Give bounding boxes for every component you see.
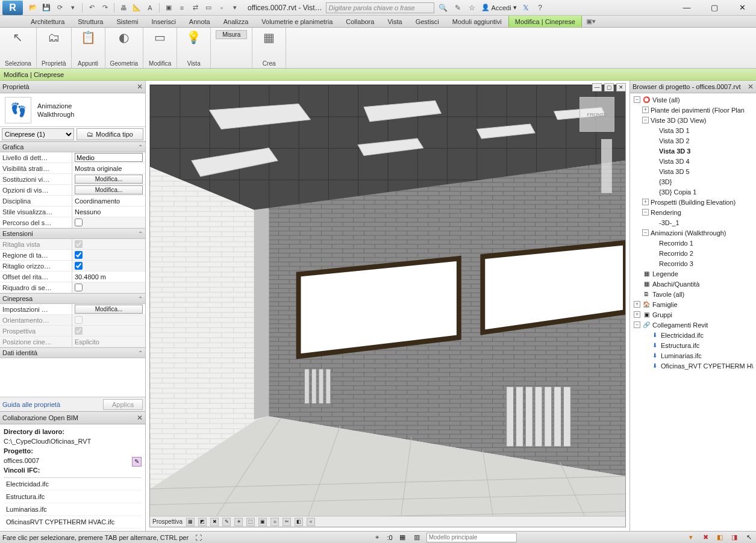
filter-icon[interactable]: ↖ bbox=[744, 533, 754, 542]
properties-preview[interactable]: 👣 Animazione Walkthrough bbox=[0, 93, 145, 127]
panel-vista[interactable]: 💡 Vista bbox=[177, 28, 211, 68]
tree-gruppi[interactable]: +▣Gruppi bbox=[630, 309, 756, 320]
bim-ifc-item[interactable]: Electricidad.ifc bbox=[4, 478, 142, 491]
redo-icon[interactable]: ↷ bbox=[99, 2, 110, 13]
group-estensioni[interactable]: Estensioni⌃ bbox=[0, 228, 145, 239]
group-identita[interactable]: Dati identità⌃ bbox=[0, 347, 145, 358]
vb-icon[interactable]: ⌾ bbox=[270, 518, 279, 526]
tree-recorrido3[interactable]: Recorrido 3 bbox=[630, 258, 756, 268]
stile-value[interactable]: Nessuno bbox=[72, 206, 145, 217]
dispopts-button[interactable]: Modifica... bbox=[75, 185, 143, 194]
nav-bar[interactable] bbox=[601, 139, 612, 193]
tree-viste[interactable]: −⭕Viste (all) bbox=[630, 95, 756, 105]
tree-vista3d2[interactable]: Vista 3D 2 bbox=[630, 135, 756, 146]
minimize-button[interactable]: — bbox=[673, 0, 701, 16]
vb-icon[interactable]: ◧ bbox=[295, 518, 303, 526]
properties-close-icon[interactable]: ✕ bbox=[137, 82, 143, 91]
panel-proprieta[interactable]: 🗂 Proprietà bbox=[37, 28, 72, 68]
tree-rendering-child[interactable]: -3D-_1 bbox=[630, 217, 756, 228]
panel-appunti[interactable]: 📋 Appunti bbox=[72, 28, 105, 68]
save-icon[interactable]: 💾 bbox=[41, 2, 52, 13]
window-icon[interactable]: ▭ bbox=[203, 2, 214, 13]
vb-icon[interactable]: ⬚ bbox=[246, 518, 255, 526]
offset-value[interactable]: 30.4800 m bbox=[72, 272, 145, 282]
view-cube[interactable]: FRONTE bbox=[579, 97, 614, 132]
tree-animazioni[interactable]: −Animazioni (Walkthrough) bbox=[630, 228, 756, 238]
tree-rendering[interactable]: −Rendering bbox=[630, 207, 756, 217]
close-button[interactable]: ✕ bbox=[728, 0, 756, 16]
bim-ifc-item[interactable]: OficinasRVT CYPETHERM HVAC.ifc bbox=[4, 516, 142, 529]
tree-vista3d3[interactable]: Vista 3D 3 bbox=[630, 146, 756, 156]
switch-icon[interactable]: ⇄ bbox=[190, 2, 201, 13]
vb-icon[interactable]: ☀ bbox=[234, 518, 243, 526]
panel-seleziona[interactable]: ↖ Seleziona bbox=[0, 28, 37, 68]
vb-icon[interactable]: ◩ bbox=[198, 518, 207, 526]
view-min-icon[interactable]: — bbox=[592, 83, 602, 92]
tab-annota[interactable]: Annota bbox=[183, 16, 217, 27]
visibility-value[interactable]: Mostra originale bbox=[72, 163, 145, 173]
ribbon-endcap-icon[interactable]: ▣▾ bbox=[582, 16, 600, 27]
properties-help-link[interactable]: Guida alle proprietà bbox=[2, 401, 60, 408]
filter-icon[interactable]: ◨ bbox=[729, 533, 739, 542]
tree-vista3d5[interactable]: Vista 3D 5 bbox=[630, 166, 756, 176]
tab-volumetrie[interactable]: Volumetrie e planimetria bbox=[255, 16, 339, 27]
edit-type-button[interactable]: 🗂Modifica tipo bbox=[77, 128, 143, 140]
browser-close-icon[interactable]: ✕ bbox=[748, 82, 754, 91]
vb-icon[interactable]: ▣ bbox=[258, 518, 267, 526]
vb-icon[interactable]: ✖ bbox=[210, 518, 219, 526]
tab-struttura[interactable]: Struttura bbox=[71, 16, 110, 27]
tree-abachi[interactable]: ▦Abachi/Quantità bbox=[630, 279, 756, 289]
panel-modifica[interactable]: ▭ Modifica bbox=[143, 28, 177, 68]
tree-3d[interactable]: {3D} bbox=[630, 176, 756, 187]
status-icon[interactable]: ▦ bbox=[398, 533, 407, 542]
maximize-button[interactable]: ▢ bbox=[701, 0, 728, 16]
cube-icon[interactable]: ▣ bbox=[163, 2, 174, 13]
close-hidden-icon[interactable]: ▫ bbox=[216, 2, 227, 13]
print-icon[interactable]: 🖶 bbox=[118, 2, 129, 13]
tree-link[interactable]: ⬇Estructura.ifc bbox=[630, 340, 756, 350]
tree-3d-copy[interactable]: {3D} Copia 1 bbox=[630, 187, 756, 197]
view-close-icon[interactable]: ✕ bbox=[616, 83, 626, 92]
star-icon[interactable]: ☆ bbox=[467, 2, 478, 13]
tree-tavole[interactable]: 🗎Tavole (all) bbox=[630, 289, 756, 299]
tree-recorrido2[interactable]: Recorrido 2 bbox=[630, 248, 756, 258]
filter-icon[interactable]: ◧ bbox=[715, 533, 725, 542]
undo-icon[interactable]: ↶ bbox=[86, 2, 97, 13]
sync-icon[interactable]: ⟳ bbox=[54, 2, 65, 13]
viewport-3d[interactable]: FRONTE bbox=[149, 84, 626, 527]
group-grafica[interactable]: Grafica⌃ bbox=[0, 141, 145, 152]
dropdown-icon[interactable]: ▾ bbox=[67, 2, 78, 13]
tab-moduli[interactable]: Moduli aggiuntivi bbox=[446, 16, 508, 27]
app-logo[interactable]: R bbox=[2, 1, 23, 15]
signin-button[interactable]: 👤Accedi▾ bbox=[481, 4, 517, 11]
detail-input[interactable] bbox=[75, 153, 143, 162]
sort-icon[interactable]: ≡ bbox=[177, 2, 187, 13]
tab-collabora[interactable]: Collabora bbox=[339, 16, 381, 27]
status-model-input[interactable] bbox=[426, 533, 517, 542]
vb-icon[interactable]: ✂ bbox=[283, 518, 291, 526]
tree-recorrido1[interactable]: Recorrido 1 bbox=[630, 238, 756, 248]
bim-close-icon[interactable]: ✕ bbox=[137, 414, 143, 422]
status-icon[interactable]: ⌖ bbox=[372, 533, 382, 542]
tree-vista3d4[interactable]: Vista 3D 4 bbox=[630, 156, 756, 166]
tab-inserisci[interactable]: Inserisci bbox=[145, 16, 183, 27]
tab-modifica-cineprese[interactable]: Modifica | Cineprese bbox=[508, 16, 582, 27]
bim-ifc-item[interactable]: Luminarias.ifc bbox=[4, 503, 142, 516]
open-icon[interactable]: 📂 bbox=[28, 2, 39, 13]
bim-config-icon[interactable]: ✎ bbox=[132, 457, 142, 467]
tree-prospetti[interactable]: +Prospetti (Building Elevation) bbox=[630, 197, 756, 207]
tab-gestisci[interactable]: Gestisci bbox=[409, 16, 446, 27]
regione-check[interactable] bbox=[75, 251, 83, 259]
exchange-icon[interactable]: 𝕏 bbox=[520, 2, 531, 13]
tree-link[interactable]: ⬇Luminarias.ifc bbox=[630, 350, 756, 361]
tab-analizza[interactable]: Analizza bbox=[217, 16, 255, 27]
text-icon[interactable]: A bbox=[145, 2, 155, 13]
overrides-button[interactable]: Modifica... bbox=[75, 175, 143, 184]
tab-sistemi[interactable]: Sistemi bbox=[110, 16, 145, 27]
tab-architettura[interactable]: Architettura bbox=[24, 16, 71, 27]
search-input[interactable]: Digitare parola chiave o frase bbox=[326, 2, 434, 13]
vb-icon[interactable]: < bbox=[307, 518, 315, 526]
riquadro-check[interactable] bbox=[75, 284, 83, 291]
percorso-check[interactable] bbox=[75, 219, 83, 226]
ritaglioh-check[interactable] bbox=[75, 262, 83, 270]
